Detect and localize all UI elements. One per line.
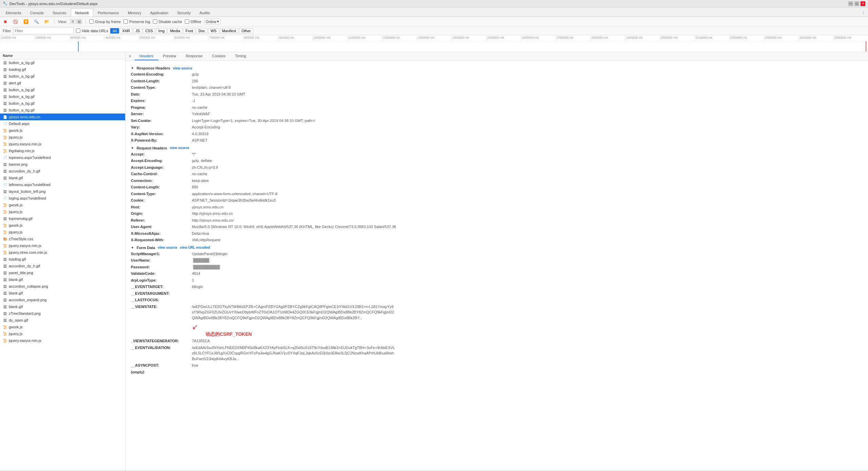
file-list-item[interactable]: 🖼button_a_bg.gif <box>0 100 125 107</box>
file-list-item[interactable]: 📜gwork.js <box>0 222 125 229</box>
file-list-item[interactable]: 🖼alert.gif <box>0 80 125 86</box>
devtools-menu[interactable]: ⋮ <box>860 9 867 17</box>
close-button[interactable]: ✕ <box>861 1 865 6</box>
filter-xhr-button[interactable]: XHR <box>120 28 132 34</box>
minimize-button[interactable]: ─ <box>848 1 853 6</box>
import-button[interactable]: 📂 <box>43 19 51 25</box>
filter-font-button[interactable]: Font <box>183 28 195 34</box>
file-list-item[interactable]: 📄loging.aspx?undefined <box>0 195 125 202</box>
request-headers-view-source[interactable]: view source <box>170 146 189 150</box>
filter-input[interactable] <box>13 27 74 34</box>
file-list-item[interactable]: 📄Default.aspx <box>0 120 125 127</box>
clear-button[interactable]: 🚫 <box>12 19 19 25</box>
filter-other-button[interactable]: Other <box>239 28 253 34</box>
file-list-item[interactable]: 📜gwork.js <box>0 202 125 208</box>
header-name: X-Requested-With: <box>131 237 192 243</box>
timeline-bar[interactable]: 100000 ms 200000 ms 300000 ms 400000 ms … <box>0 35 868 52</box>
file-list-item[interactable]: 🖼button_a_bg.gif <box>0 86 125 93</box>
tab-sources[interactable]: Sources <box>48 8 71 17</box>
form-data-row: __LASTFOCUS: <box>131 297 863 303</box>
network-throttle-dropdown[interactable]: Online ▾ <box>204 19 221 24</box>
filter-bar: Filter Hide data URLs All XHR JS CSS Img… <box>0 26 868 35</box>
file-list-item[interactable]: 🖼topmenubg.gif <box>0 215 125 222</box>
preserve-log-checkbox[interactable]: Preserve log <box>123 19 150 24</box>
tab-security[interactable]: Security <box>173 8 195 17</box>
file-list-item[interactable]: 🖼button_a_bg.gif <box>0 93 125 100</box>
panel-close-button[interactable]: × <box>127 53 133 60</box>
file-type-icon: 🖼 <box>3 298 7 302</box>
filter-img-button[interactable]: Img <box>156 28 167 34</box>
tab-performance[interactable]: Performance <box>93 8 123 17</box>
panel-tab-response[interactable]: Response <box>181 52 208 60</box>
form-data-view-url-encoded[interactable]: view URL encoded <box>180 246 210 249</box>
filter-button[interactable]: 🔽 <box>22 19 30 25</box>
offline-checkbox[interactable]: Offline <box>185 19 201 24</box>
file-list-item[interactable]: 🖼button_a_bg.gif <box>0 59 125 66</box>
list-view-button[interactable]: ☰ <box>70 19 76 24</box>
file-list-item[interactable]: 🖼button_a_bg.gif <box>0 73 125 80</box>
file-list-item[interactable]: 📜jquery.easyui.min.js <box>0 337 125 344</box>
filter-js-button[interactable]: JS <box>133 28 142 34</box>
file-list-item[interactable]: 📜jquery.js <box>0 134 125 141</box>
file-list-item[interactable]: 📜gwork.js <box>0 324 125 330</box>
file-list-item[interactable]: 🖼blank.gif <box>0 175 125 181</box>
file-list-item[interactable]: 📄yjssys.snnu.edu.cn <box>0 114 125 120</box>
file-list-item[interactable]: 📜jquery.js <box>0 229 125 236</box>
file-list-item[interactable]: 📜gwork.js <box>0 127 125 134</box>
file-list-item[interactable]: 🖼panel_title.png <box>0 269 125 276</box>
tab-elements[interactable]: Elements <box>1 8 26 17</box>
filter-all-button[interactable]: All <box>110 28 119 34</box>
panel-tab-cookies[interactable]: Cookies <box>207 52 230 60</box>
maximize-button[interactable]: □ <box>854 1 859 6</box>
file-list-item[interactable]: 🖼accordion_expand.png <box>0 296 125 303</box>
filter-media-button[interactable]: Media <box>167 28 182 34</box>
file-list-item[interactable]: 🖼layout_button_left.png <box>0 188 125 195</box>
tab-application[interactable]: Application <box>146 8 173 17</box>
file-list-item[interactable]: 🖼blank.gif <box>0 303 125 310</box>
file-list-item[interactable]: 📄topmenu.aspx?undefined <box>0 154 125 161</box>
file-list-item[interactable]: 🖼accordion_dy_h.gif <box>0 168 125 175</box>
filter-doc-button[interactable]: Doc <box>196 28 208 34</box>
panel-tab-preview[interactable]: Preview <box>158 52 181 60</box>
filter-manifest-button[interactable]: Manifest <box>220 28 239 34</box>
view-label: View: <box>58 20 67 24</box>
filter-ws-button[interactable]: WS <box>208 28 219 34</box>
file-list-item[interactable]: 🖼blank.gif <box>0 290 125 296</box>
group-by-frame-checkbox[interactable]: Group by frame <box>89 19 121 24</box>
file-list-item[interactable]: 🎨zTreeStyle.css <box>0 236 125 242</box>
response-headers-view-source[interactable]: view source <box>173 66 192 70</box>
separator-1 <box>54 19 55 24</box>
file-list-item[interactable]: 📜lhgdialog.min.js <box>0 147 125 154</box>
file-list-item[interactable]: 🖼blank.gif <box>0 276 125 283</box>
filter-css-button[interactable]: CSS <box>143 28 155 34</box>
file-list-item[interactable]: 🖼dy_open.gif <box>0 317 125 324</box>
file-list-item[interactable]: 🖼zTreeStandard.png <box>0 310 125 317</box>
search-button[interactable]: 🔍 <box>33 19 40 25</box>
request-headers-section: Request Headers view source Accept:*/*Ac… <box>131 146 863 243</box>
file-list-item[interactable]: 🖼accordion_dy_h.gif <box>0 263 125 269</box>
file-list-item[interactable]: 🖼loading.gif <box>0 66 125 73</box>
tab-network[interactable]: Network <box>71 8 93 17</box>
window-controls[interactable]: ─ □ ✕ <box>848 1 865 6</box>
disable-cache-checkbox[interactable]: Disable cache <box>153 19 182 24</box>
tab-console[interactable]: Console <box>26 8 48 17</box>
file-list-item[interactable]: 📜jquery.easyui.min.js <box>0 242 125 249</box>
file-list-item[interactable]: 📄leftmenu.aspx?undefined <box>0 181 125 188</box>
file-list-item[interactable]: 🖼button_a_bg.gif <box>0 107 125 114</box>
hide-data-urls-checkbox[interactable]: Hide data URLs <box>76 28 108 33</box>
file-list-item[interactable]: 📜jquery.ztree.core.min.js <box>0 249 125 256</box>
file-list-item[interactable]: 📜jquery.js <box>0 208 125 215</box>
panel-tab-headers[interactable]: Headers <box>135 52 158 60</box>
file-list-item[interactable]: 📜jquery.easyui.min.js <box>0 141 125 147</box>
tab-audits[interactable]: Audits <box>195 8 214 17</box>
file-list-item[interactable]: 🖼loading.gif <box>0 256 125 263</box>
form-data-view-source[interactable]: view source <box>158 246 177 249</box>
file-type-icon: 🖼 <box>3 318 7 323</box>
file-list-item[interactable]: 🖼accordion_collapse.png <box>0 283 125 290</box>
panel-tab-timing[interactable]: Timing <box>230 52 251 60</box>
tab-memory[interactable]: Memory <box>123 8 146 17</box>
file-list-item[interactable]: 🖼banner.png <box>0 161 125 168</box>
file-list-item[interactable]: 📜jquery.js <box>0 330 125 337</box>
record-button[interactable]: ⏺ <box>2 19 9 25</box>
waterfall-view-button[interactable]: ▤ <box>76 19 82 24</box>
